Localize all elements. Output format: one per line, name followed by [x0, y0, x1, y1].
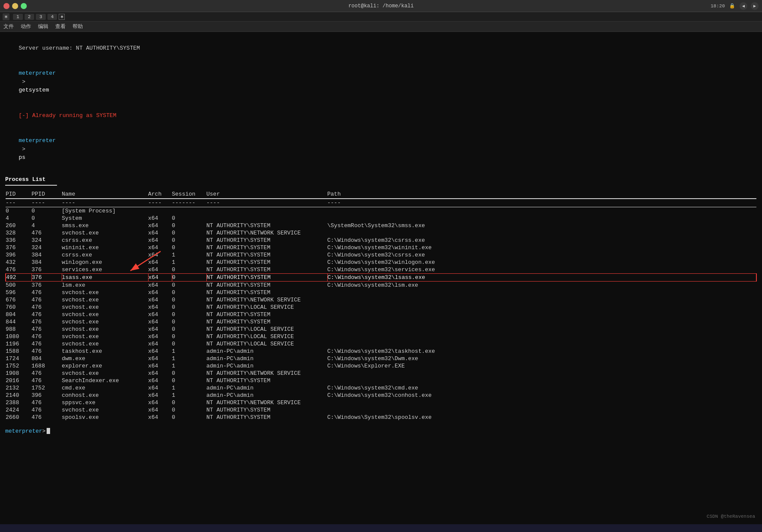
cell-user: NT AUTHORITY\NETWORK SERVICE [206, 370, 327, 377]
menu-bar: 文件 动作 编辑 查看 帮助 [0, 22, 762, 32]
cell-arch: x64 [148, 289, 172, 296]
cell-path [327, 215, 756, 222]
minimize-icon[interactable] [12, 3, 18, 9]
table-row: 396384csrss.exex641NT AUTHORITY\SYSTEMC:… [6, 251, 756, 259]
table-row: 760476svchost.exex640NT AUTHORITY\LOCAL … [6, 304, 756, 311]
user-underline: ---- [206, 199, 327, 207]
cell-arch: x64 [148, 392, 172, 399]
table-row: 21321752cmd.exex641admin-PC\adminC:\Wind… [6, 384, 756, 392]
menu-help[interactable]: 帮助 [73, 23, 83, 30]
table-row: 844476svchost.exex640NT AUTHORITY\SYSTEM [6, 318, 756, 326]
cell-ppid: 476 [32, 340, 62, 348]
tab-1[interactable]: 1 [13, 14, 23, 20]
cell-ppid: 476 [32, 370, 62, 377]
cell-session: 0 [172, 222, 206, 229]
col-header-session: Session [172, 191, 206, 199]
process-table: PID PPID Name Arch Session User Path ---… [5, 191, 757, 421]
cell-session: 0 [172, 289, 206, 296]
nav-forward-btn[interactable]: ▶ [751, 2, 759, 10]
cell-session: 1 [172, 348, 206, 355]
section-header: Process List [5, 175, 757, 186]
prompt-arrow-1: > [19, 79, 28, 85]
cell-arch: x64 [148, 384, 172, 392]
tab-4[interactable]: 4 [47, 14, 57, 20]
col-underline-row: --- ---- ---- ---- ------- ---- ---- [6, 199, 756, 207]
section-title: Process List [5, 175, 757, 184]
table-row: 336324csrss.exex640NT AUTHORITY\SYSTEMC:… [6, 237, 756, 244]
cell-pid: 396 [6, 251, 32, 259]
menu-view[interactable]: 查看 [55, 23, 66, 30]
cell-arch: x64 [148, 414, 172, 421]
col-header-name: Name [62, 191, 148, 199]
tab-3[interactable]: 3 [36, 14, 46, 20]
tab-group[interactable]: 1 2 3 4 [13, 14, 57, 20]
session-underline: ------- [172, 199, 206, 207]
cell-name: [System Process] [62, 207, 148, 215]
cell-arch [148, 207, 172, 215]
cell-ppid: 476 [32, 406, 62, 414]
cell-session: 0 [172, 244, 206, 251]
top-bar-right: 18:20 🔒 ◀ ▶ [711, 2, 759, 10]
cell-arch: x64 [148, 362, 172, 370]
nav-back-btn[interactable]: ◀ [740, 2, 747, 10]
cell-path [327, 377, 756, 384]
cell-name: SearchIndexer.exe [62, 377, 148, 384]
arch-underline: ---- [148, 199, 172, 207]
cell-arch: x64 [148, 355, 172, 362]
cell-path [327, 207, 756, 215]
cell-arch: x64 [148, 370, 172, 377]
cell-ppid: 1688 [32, 362, 62, 370]
cell-session: 0 [172, 399, 206, 406]
cell-pid: 1080 [6, 333, 32, 340]
process-rows: 00[System Process]40Systemx6402604smss.e… [6, 207, 756, 421]
prompt-arrow-2: > [19, 146, 28, 152]
cell-arch: x64 [148, 311, 172, 318]
menu-action[interactable]: 动作 [21, 23, 31, 30]
cell-ppid: 476 [32, 348, 62, 355]
name-underline: ---- [62, 199, 148, 207]
cell-arch: x64 [148, 251, 172, 259]
cell-session: 1 [172, 362, 206, 370]
cell-session: 0 [172, 370, 206, 377]
cell-path [327, 311, 756, 318]
cell-ppid: 4 [32, 222, 62, 229]
cell-user: NT AUTHORITY\SYSTEM [206, 414, 327, 421]
prompt-2: meterpreter [19, 137, 56, 144]
error-text: [-] Already running as SYSTEM [19, 112, 116, 119]
cell-arch: x64 [148, 237, 172, 244]
terminal-area[interactable]: Server username: NT AUTHORITY\SYSTEM met… [0, 32, 762, 524]
cell-ppid: 476 [32, 311, 62, 318]
bottom-prompt-line[interactable]: meterpreter > [5, 428, 757, 434]
cell-path: C:\Windows\system32\lsm.exe [327, 281, 756, 289]
maximize-icon[interactable] [21, 3, 27, 9]
cell-path: C:\Windows\system32\Dwm.exe [327, 355, 756, 362]
menu-file[interactable]: 文件 [3, 23, 14, 30]
close-icon[interactable] [3, 3, 9, 9]
cell-session: 0 [172, 304, 206, 311]
cell-name: lsass.exe [62, 273, 148, 281]
table-row: 2660476spoolsv.exex640NT AUTHORITY\SYSTE… [6, 414, 756, 421]
cell-ppid: 384 [32, 259, 62, 266]
cell-path: \SystemRoot\System32\smss.exe [327, 222, 756, 229]
menu-edit[interactable]: 编辑 [38, 23, 48, 30]
cell-session: 1 [172, 384, 206, 392]
table-header: PID PPID Name Arch Session User Path [6, 191, 756, 199]
cell-ppid: 476 [32, 229, 62, 237]
col-header-ppid: PPID [32, 191, 62, 199]
cell-ppid: 476 [32, 414, 62, 421]
cell-pid: 376 [6, 244, 32, 251]
col-header-path: Path [327, 191, 756, 199]
cell-ppid: 476 [32, 318, 62, 326]
cell-pid: 988 [6, 326, 32, 333]
cell-name: svchost.exe [62, 340, 148, 348]
cell-name: svchost.exe [62, 333, 148, 340]
cell-pid: 760 [6, 304, 32, 311]
cell-path [327, 399, 756, 406]
process-table-container: PID PPID Name Arch Session User Path ---… [5, 191, 757, 421]
top-controls[interactable]: ◀ ▶ [740, 2, 759, 10]
tab-2[interactable]: 2 [25, 14, 35, 20]
window-controls[interactable] [3, 3, 27, 9]
cell-user: admin-PC\admin [206, 348, 327, 355]
cell-session: 0 [172, 377, 206, 384]
cell-session: 0 [172, 318, 206, 326]
